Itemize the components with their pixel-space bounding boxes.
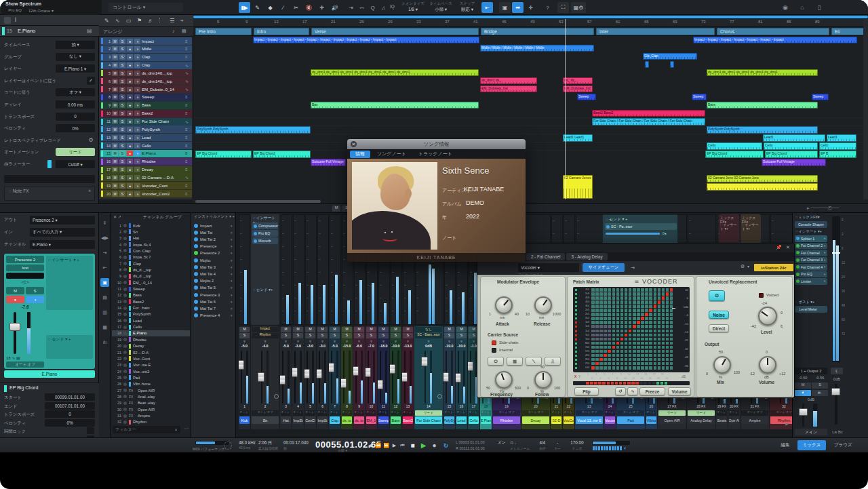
- rail-icon[interactable]: ▣: [100, 278, 109, 287]
- quantize-icon[interactable]: Q: [368, 2, 378, 13]
- matrix-cell[interactable]: [599, 292, 603, 296]
- inspector-tab-icon[interactable]: [4, 17, 11, 24]
- strip-auto-mode[interactable]: オート:オフ: [6, 361, 44, 368]
- audio-clip[interactable]: EM_Dubstep_Ind: [480, 85, 537, 93]
- matrix-cell[interactable]: [658, 309, 661, 312]
- forward-button[interactable]: ⏩: [382, 442, 390, 450]
- mute-tool[interactable]: 🔇: [303, 2, 315, 13]
- matrix-cell[interactable]: [625, 358, 628, 361]
- matrix-cell[interactable]: [666, 296, 669, 300]
- solo-button[interactable]: S: [119, 175, 125, 180]
- fader-handle[interactable]: [443, 372, 449, 382]
- channel-list-row[interactable]: 32Rhythm: [112, 419, 190, 425]
- matrix-cell[interactable]: [666, 313, 669, 316]
- strip-auto-mode[interactable]: オート:オフ: [564, 410, 574, 416]
- matrix-cell[interactable]: [641, 309, 644, 312]
- matrix-cell[interactable]: [662, 354, 665, 357]
- matrix-cell[interactable]: [670, 362, 673, 366]
- strip-auto-lead[interactable]: リード: [688, 410, 715, 416]
- nudge-back-button[interactable]: ◀: [366, 442, 374, 450]
- monitor-button[interactable]: ◑: [134, 62, 140, 68]
- track-row[interactable]: 3MS●◑Clap≡: [100, 54, 192, 61]
- matrix-cell[interactable]: [599, 296, 603, 300]
- matrix-cell[interactable]: [649, 350, 652, 353]
- track-row[interactable]: 12MS●◑PolySynth≡: [100, 125, 192, 133]
- strip-mute-button[interactable]: M: [456, 327, 467, 332]
- instrument-power-icon[interactable]: [194, 244, 198, 248]
- pin-icon[interactable]: 📌: [776, 245, 782, 251]
- matrix-cell[interactable]: [604, 296, 607, 300]
- plugin-power-icon[interactable]: [796, 265, 800, 269]
- matrix-cell[interactable]: [658, 305, 661, 308]
- send-level-slider[interactable]: [606, 233, 660, 235]
- matrix-cell[interactable]: [599, 346, 603, 349]
- record-arm-button[interactable]: ●: [127, 143, 133, 149]
- instrument-row[interactable]: Mojito▾: [193, 257, 235, 263]
- matrix-cell[interactable]: [649, 338, 652, 341]
- matrix-cell[interactable]: [595, 330, 599, 333]
- matrix-cell[interactable]: [654, 346, 657, 349]
- mute-button[interactable]: M: [112, 191, 118, 197]
- matrix-cell[interactable]: [633, 366, 636, 370]
- matrix-cell[interactable]: [666, 321, 669, 324]
- section-marker[interactable]: Bridge: [481, 28, 594, 35]
- fader-track[interactable]: [355, 351, 357, 404]
- solo-button[interactable]: S: [119, 159, 125, 164]
- matrix-cell[interactable]: [645, 296, 648, 300]
- env-power-button[interactable]: ⏻: [488, 357, 504, 366]
- track-row[interactable]: 8MS●◑Sweep≡: [100, 94, 192, 101]
- mixfx-slot[interactable]: Console Shaper: [795, 221, 827, 228]
- audio-clip[interactable]: EP B: [819, 151, 856, 158]
- channel-list-row[interactable]: 25Pad: [112, 374, 190, 380]
- matrix-cell[interactable]: [616, 325, 620, 328]
- audio-clip[interactable]: Impact - Impact - Impact - Impact - Impa…: [693, 37, 857, 44]
- inspector-checkbox[interactable]: ✓: [87, 77, 95, 85]
- strip-solo-button[interactable]: S: [456, 333, 467, 338]
- strip-name-tag[interactable]: For Side Chain: [415, 416, 442, 424]
- audio-clip[interactable]: EP Big Chord: [253, 151, 311, 158]
- inspector-select[interactable]: なし ▾: [56, 53, 95, 61]
- fader-track[interactable]: [331, 351, 332, 404]
- tempo-value[interactable]: 170.00: [567, 440, 587, 446]
- monitor-button[interactable]: ◑: [134, 151, 140, 156]
- strip-solo-button[interactable]: S: [378, 333, 389, 338]
- strip-name-tag[interactable]: Lead: [456, 416, 467, 424]
- audio-clip[interactable]: EP Big Chord: [765, 151, 818, 158]
- plugin-power-icon[interactable]: [796, 273, 800, 276]
- matrix-cell[interactable]: [645, 330, 648, 333]
- strip-name-tag[interactable]: Open AIR: [658, 416, 686, 424]
- instrument-row[interactable]: Presence 2▾: [193, 250, 235, 256]
- strip-name-tag[interactable]: Clap: [330, 416, 340, 424]
- matrix-cell[interactable]: [641, 300, 644, 304]
- matrix-cell[interactable]: [645, 354, 648, 357]
- instrument-power-icon[interactable]: [194, 293, 198, 297]
- strip-auto-mode[interactable]: オート:オフ: [281, 410, 291, 416]
- strip-out-label[interactable]: Impact: [252, 327, 279, 332]
- plugin-close-icon[interactable]: ✕: [786, 245, 792, 251]
- solo-button[interactable]: S: [119, 87, 125, 92]
- matrix-cell[interactable]: [620, 321, 624, 324]
- matrix-cell[interactable]: [599, 334, 603, 337]
- matrix-cell[interactable]: [670, 350, 673, 353]
- matrix-cell[interactable]: [616, 321, 620, 324]
- matrix-cell[interactable]: [608, 288, 611, 292]
- main-insert-slot[interactable]: Splitter 1▾: [795, 235, 827, 242]
- matrix-cell[interactable]: [641, 362, 644, 366]
- matrix-cell[interactable]: [637, 330, 640, 333]
- inst-button[interactable]: Inst: [6, 265, 44, 271]
- channel-list-row[interactable]: 30FXOpen AIR: [112, 406, 190, 412]
- sidechain-radio[interactable]: [492, 340, 496, 345]
- matrix-cell[interactable]: [641, 305, 644, 308]
- matrix-cell[interactable]: [629, 296, 632, 300]
- instrument-button[interactable]: Presence 2: [6, 256, 44, 263]
- key-value[interactable]: -: [553, 440, 562, 446]
- matrix-cell[interactable]: [625, 292, 628, 296]
- event-row-value[interactable]: 00107.01.01.00: [45, 402, 95, 410]
- matrix-cell[interactable]: [608, 325, 611, 328]
- matrix-cell[interactable]: [591, 292, 595, 296]
- matrix-cell[interactable]: [649, 317, 652, 320]
- strip-monitor[interactable]: ◑: [26, 296, 44, 303]
- text-note-field[interactable]: [4, 175, 95, 183]
- matrix-cell[interactable]: [645, 292, 648, 296]
- listen-button[interactable]: L: [831, 368, 843, 374]
